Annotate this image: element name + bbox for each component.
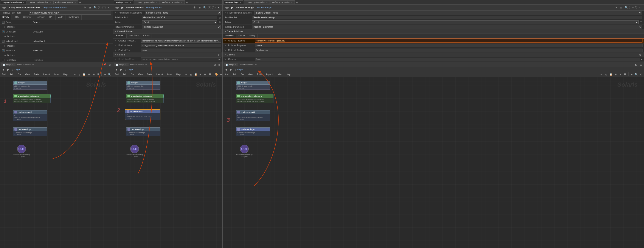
res-mode-pencil[interactable]: ✎	[114, 58, 118, 60]
nav-forward-btn[interactable]: ▶	[227, 6, 229, 9]
res-mode-select[interactable]: Set Width, Compute Height from Camera	[141, 57, 221, 61]
copy-icon[interactable]: ⎘	[77, 72, 82, 77]
add-panel-btn-left[interactable]: +	[32, 63, 34, 66]
menu-layout-left[interactable]: Layout	[42, 73, 50, 76]
tab-context-options-center[interactable]: Context Options Editor ✕	[134, 0, 160, 4]
sub-tab-beauty[interactable]: Beauty	[0, 15, 12, 20]
tab-close-icon[interactable]: ✕	[240, 1, 241, 3]
gear-icon[interactable]: ⚙	[82, 5, 87, 10]
camera-value-pencil[interactable]: ✎	[224, 58, 227, 60]
list-icon-center[interactable]: ☰	[208, 72, 212, 77]
product-name-input[interactable]	[141, 44, 221, 47]
indirectlight-checkbox[interactable]: ✓	[2, 40, 4, 43]
grid-icon[interactable]: ⊞	[88, 5, 92, 10]
menu-layout-center[interactable]: Layout	[156, 73, 164, 76]
ordered-render-input[interactable]	[141, 39, 221, 43]
gear-icon[interactable]: ⚙	[614, 5, 618, 10]
grid2-icon-right[interactable]: ⊟	[618, 72, 622, 77]
product-type-pencil[interactable]: ✎	[114, 49, 118, 51]
tab-renderproduct1[interactable]: renderproduct1 ✕	[114, 0, 133, 4]
panel-expand-icon[interactable]: ⊡	[108, 63, 112, 67]
init-params-select[interactable]: Initialize Parameters	[142, 25, 221, 29]
create-primitives-header-right[interactable]: ▶ Create Primitives	[223, 29, 644, 34]
tab-close-icon[interactable]: ✕	[23, 1, 24, 3]
menu-edit-center[interactable]: Edit	[122, 73, 128, 76]
tab-context-options-editor-1[interactable]: Context Options Editor ✕	[27, 0, 53, 4]
copy-icon-center[interactable]: ⎘	[189, 72, 193, 77]
cut-icon[interactable]: ✂	[72, 72, 77, 77]
node-vray-right[interactable]: vraystandarrendervars /Render/Products/V…	[236, 94, 274, 103]
color-icon-center[interactable]: 🎨	[214, 72, 218, 77]
menu-layout-right[interactable]: Layout	[265, 73, 274, 76]
node-rendersettings1-center[interactable]: rendersettings1 /Render/rendersettings 2…	[126, 127, 160, 136]
menu-view-center[interactable]: View	[137, 73, 144, 76]
tab-close-icon[interactable]: ✕	[291, 1, 293, 3]
info-icon[interactable]: i	[629, 6, 632, 9]
paste-icon-center[interactable]: 📋	[194, 72, 198, 77]
primitive-path-input[interactable]	[142, 16, 217, 19]
sub-tab-cryptomatte[interactable]: Cryptomatte	[66, 15, 82, 20]
beauty-checkbox[interactable]: ✓	[2, 21, 4, 24]
stage-tab-right[interactable]: 📄 /stage ✕	[224, 63, 238, 66]
camera-link-icon[interactable]: ⛓	[216, 53, 221, 57]
ordered-render-pencil[interactable]: ✎	[114, 39, 118, 42]
camera-expand-arrow[interactable]: ▶	[641, 58, 642, 60]
beauty-options-expand[interactable]: ▶	[4, 26, 6, 28]
node-renderproduct1-right[interactable]: renderproduct1 0 /Render/Products/render…	[236, 110, 270, 121]
camera-expand[interactable]: ▶	[115, 54, 116, 56]
zoom-icon[interactable]: ⊕	[103, 72, 107, 77]
menu-help-right[interactable]: Help	[285, 73, 291, 76]
menu-add-right[interactable]: Add	[224, 73, 229, 76]
menu-go-left[interactable]: Go	[17, 73, 22, 76]
product-type-input[interactable]	[141, 49, 221, 52]
paste-icon[interactable]: 📋	[82, 72, 86, 77]
action-expand-icon-right[interactable]: ⊡	[640, 21, 642, 24]
frame-range-select-right[interactable]: Sample Current Frame	[254, 11, 642, 15]
close-icon[interactable]: ✕	[216, 5, 221, 10]
grid1-icon[interactable]: ⊞	[87, 72, 91, 77]
list-icon-right[interactable]: ☰	[623, 72, 627, 77]
create-primitives-header[interactable]: ▶ Create Primitives	[113, 29, 222, 34]
node-renderproduct1-left[interactable]: renderproduct1 0 /Render/Products/render…	[13, 110, 47, 121]
search-icon-left[interactable]: 🔍	[108, 72, 112, 77]
tab-close-icon[interactable]: ✕	[74, 1, 76, 3]
sub-tab-utility[interactable]: Utility	[12, 15, 21, 20]
sub-tab-standard-right[interactable]: Standard	[223, 34, 236, 38]
nav-forward-btn-left[interactable]: ▶	[6, 67, 10, 72]
grid-icon[interactable]: ⊞	[619, 5, 623, 10]
nav-back-btn-left[interactable]: ◀	[1, 67, 5, 72]
home-icon-left[interactable]: ⌂	[12, 68, 13, 71]
camera-header-right[interactable]: ▶ Camera ⛓	[223, 53, 644, 57]
menu-labs-left[interactable]: Labs	[53, 73, 60, 76]
tab-perf-monitor-center[interactable]: Performance Monitor ✕	[160, 0, 185, 4]
panel-expand-icon-right[interactable]: ⊡	[634, 63, 638, 67]
stage-tab-left[interactable]: 📄 /stage ✕	[1, 63, 16, 66]
copy-icon[interactable]: ⊡	[218, 16, 221, 19]
camera-value-input[interactable]	[255, 58, 640, 61]
panel-max-icon-center[interactable]: ⊞	[217, 63, 222, 67]
menu-tools-right[interactable]: Tools	[256, 73, 263, 76]
menu-labs-right[interactable]: Labs	[276, 73, 282, 76]
zoom-icon-center[interactable]: ⊕	[219, 72, 223, 77]
material-binding-input[interactable]	[255, 49, 642, 52]
nav-forward-btn[interactable]: ▶	[117, 6, 119, 9]
init-params-select-right[interactable]: Initialize Parameters	[252, 25, 642, 29]
menu-view-right[interactable]: View	[247, 73, 254, 76]
node-merge1-left[interactable]: merge1 /COL_1_doors... (8) 2 Layers	[13, 81, 47, 90]
included-purposes-pencil[interactable]: ✎	[224, 44, 227, 47]
menu-view-left[interactable]: View	[24, 73, 30, 76]
ordered-products-pencil[interactable]: ✎	[224, 39, 227, 42]
stage-tab-close-center[interactable]: ✕	[125, 64, 127, 66]
add-tab-btn[interactable]: +	[78, 1, 82, 4]
nav-back-btn-center[interactable]: ◀	[114, 67, 118, 72]
node-vray-left[interactable]: vraystandarrendervars /Render/Products/V…	[13, 94, 50, 103]
add-panel-btn-center[interactable]: +	[145, 63, 147, 66]
grid1-icon-center[interactable]: ⊞	[198, 72, 202, 77]
close-icon[interactable]: ✕	[638, 5, 642, 10]
sub-tab-metadata[interactable]: Meta Data	[126, 34, 141, 38]
sub-tab-lpe[interactable]: LPE	[47, 15, 56, 20]
sub-tab-sampler[interactable]: Sampler	[21, 15, 34, 20]
stage-tab-center[interactable]: 📄 /stage ✕	[114, 63, 128, 66]
stage-tab-close-right[interactable]: ✕	[235, 64, 237, 66]
info-icon[interactable]: i	[208, 6, 211, 9]
